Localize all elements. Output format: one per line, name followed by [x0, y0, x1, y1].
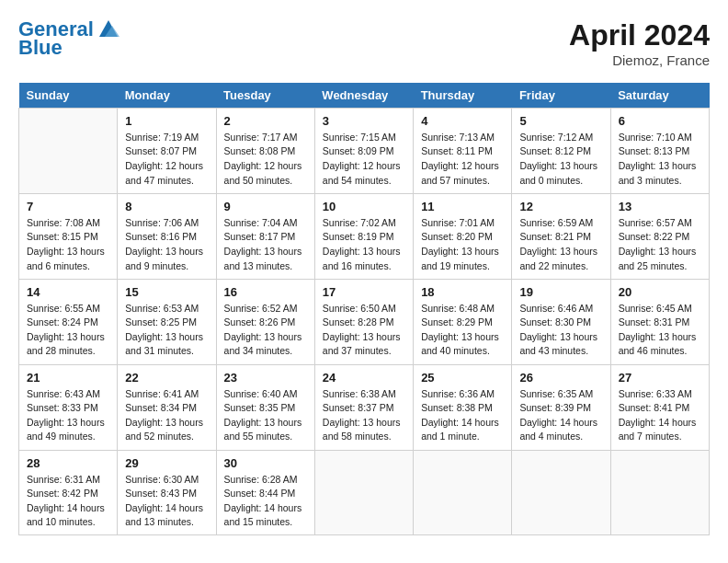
- sunset-text: Sunset: 8:22 PM: [619, 230, 701, 244]
- day-details: Sunrise: 6:45 AMSunset: 8:31 PMDaylight:…: [619, 302, 701, 359]
- daylight-minutes: and 37 minutes.: [323, 344, 405, 358]
- sunrise-text: Sunrise: 6:46 AM: [519, 302, 602, 316]
- calendar-cell: 2Sunrise: 7:17 AMSunset: 8:08 PMDaylight…: [216, 109, 314, 194]
- calendar-cell: 9Sunrise: 7:04 AMSunset: 8:17 PMDaylight…: [216, 193, 314, 279]
- calendar-cell: [512, 450, 610, 535]
- day-details: Sunrise: 6:41 AMSunset: 8:34 PMDaylight:…: [125, 387, 208, 444]
- day-number: 18: [421, 285, 504, 299]
- daylight-minutes: and 0 minutes.: [519, 174, 602, 188]
- sunrise-text: Sunrise: 7:01 AM: [421, 216, 504, 230]
- daylight-minutes: and 10 minutes.: [27, 515, 109, 529]
- day-details: Sunrise: 6:35 AMSunset: 8:39 PMDaylight:…: [519, 387, 602, 444]
- calendar-week-row: 21Sunrise: 6:43 AMSunset: 8:33 PMDayligh…: [19, 364, 710, 450]
- sunset-text: Sunset: 8:42 PM: [27, 487, 109, 500]
- sunrise-text: Sunrise: 7:19 AM: [125, 131, 208, 144]
- day-number: 24: [323, 371, 405, 385]
- page-header: General Blue April 2024 Diemoz, France: [18, 18, 710, 68]
- day-details: Sunrise: 7:01 AMSunset: 8:20 PMDaylight:…: [421, 216, 504, 273]
- day-number: 23: [224, 371, 307, 385]
- sunset-text: Sunset: 8:11 PM: [421, 144, 504, 158]
- daylight-minutes: and 16 minutes.: [323, 259, 405, 273]
- calendar-cell: [314, 450, 413, 535]
- daylight-minutes: and 34 minutes.: [224, 344, 307, 358]
- daylight-text: Daylight: 14 hours: [619, 416, 701, 430]
- sunset-text: Sunset: 8:25 PM: [125, 316, 208, 329]
- daylight-text: Daylight: 13 hours: [323, 330, 405, 344]
- daylight-text: Daylight: 13 hours: [619, 330, 701, 344]
- day-details: Sunrise: 6:33 AMSunset: 8:41 PMDaylight:…: [619, 387, 701, 444]
- location: Diemoz, France: [569, 52, 710, 68]
- daylight-text: Daylight: 13 hours: [421, 330, 504, 344]
- day-details: Sunrise: 6:43 AMSunset: 8:33 PMDaylight:…: [27, 387, 109, 444]
- day-details: Sunrise: 7:19 AMSunset: 8:07 PMDaylight:…: [125, 131, 208, 188]
- day-number: 7: [27, 200, 109, 213]
- day-number: 2: [224, 114, 307, 128]
- daylight-minutes: and 57 minutes.: [421, 174, 504, 188]
- column-header-monday: Monday: [118, 83, 216, 109]
- calendar-cell: 20Sunrise: 6:45 AMSunset: 8:31 PMDayligh…: [610, 279, 709, 364]
- day-number: 4: [421, 114, 504, 128]
- logo: General Blue: [18, 18, 121, 59]
- sunset-text: Sunset: 8:35 PM: [224, 401, 307, 415]
- day-number: 19: [519, 285, 602, 299]
- day-number: 9: [224, 200, 307, 213]
- daylight-text: Daylight: 13 hours: [421, 245, 504, 259]
- day-details: Sunrise: 7:06 AMSunset: 8:16 PMDaylight:…: [125, 216, 208, 273]
- daylight-minutes: and 13 minutes.: [224, 259, 307, 273]
- sunrise-text: Sunrise: 6:43 AM: [27, 387, 109, 401]
- day-details: Sunrise: 6:57 AMSunset: 8:22 PMDaylight:…: [619, 216, 701, 273]
- day-number: 1: [125, 114, 208, 128]
- daylight-text: Daylight: 13 hours: [27, 416, 109, 430]
- sunrise-text: Sunrise: 7:17 AM: [224, 131, 307, 144]
- sunrise-text: Sunrise: 7:13 AM: [421, 131, 504, 144]
- daylight-text: Daylight: 13 hours: [519, 245, 602, 259]
- daylight-text: Daylight: 13 hours: [27, 330, 109, 344]
- daylight-minutes: and 50 minutes.: [224, 174, 307, 188]
- day-number: 5: [519, 114, 602, 128]
- day-number: 30: [224, 456, 307, 470]
- day-details: Sunrise: 6:55 AMSunset: 8:24 PMDaylight:…: [27, 302, 109, 359]
- sunrise-text: Sunrise: 6:35 AM: [519, 387, 602, 401]
- sunset-text: Sunset: 8:38 PM: [421, 401, 504, 415]
- daylight-text: Daylight: 14 hours: [421, 416, 504, 430]
- sunrise-text: Sunrise: 6:45 AM: [619, 302, 701, 316]
- sunrise-text: Sunrise: 7:02 AM: [323, 216, 405, 230]
- day-details: Sunrise: 6:59 AMSunset: 8:21 PMDaylight:…: [519, 216, 602, 273]
- sunset-text: Sunset: 8:31 PM: [619, 316, 701, 329]
- day-number: 15: [125, 285, 208, 299]
- daylight-minutes: and 6 minutes.: [27, 259, 109, 273]
- calendar-cell: 4Sunrise: 7:13 AMSunset: 8:11 PMDaylight…: [414, 109, 512, 194]
- calendar-cell: 6Sunrise: 7:10 AMSunset: 8:13 PMDaylight…: [610, 109, 709, 194]
- sunset-text: Sunset: 8:12 PM: [519, 144, 602, 158]
- sunset-text: Sunset: 8:16 PM: [125, 230, 208, 244]
- sunset-text: Sunset: 8:43 PM: [125, 487, 208, 500]
- daylight-text: Daylight: 13 hours: [125, 416, 208, 430]
- day-details: Sunrise: 6:38 AMSunset: 8:37 PMDaylight:…: [323, 387, 405, 444]
- daylight-minutes: and 46 minutes.: [619, 344, 701, 358]
- daylight-text: Daylight: 14 hours: [519, 416, 602, 430]
- daylight-minutes: and 47 minutes.: [125, 174, 208, 188]
- day-details: Sunrise: 6:40 AMSunset: 8:35 PMDaylight:…: [224, 387, 307, 444]
- calendar-cell: 22Sunrise: 6:41 AMSunset: 8:34 PMDayligh…: [118, 364, 216, 450]
- daylight-text: Daylight: 14 hours: [125, 501, 208, 515]
- calendar-cell: 12Sunrise: 6:59 AMSunset: 8:21 PMDayligh…: [512, 193, 610, 279]
- daylight-text: Daylight: 13 hours: [125, 330, 208, 344]
- daylight-text: Daylight: 13 hours: [224, 416, 307, 430]
- sunrise-text: Sunrise: 7:06 AM: [125, 216, 208, 230]
- sunrise-text: Sunrise: 6:57 AM: [619, 216, 701, 230]
- column-header-thursday: Thursday: [414, 83, 512, 109]
- sunset-text: Sunset: 8:26 PM: [224, 316, 307, 329]
- calendar-cell: 26Sunrise: 6:35 AMSunset: 8:39 PMDayligh…: [512, 364, 610, 450]
- sunrise-text: Sunrise: 6:52 AM: [224, 302, 307, 316]
- daylight-minutes: and 1 minute.: [421, 430, 504, 443]
- title-block: April 2024 Diemoz, France: [569, 18, 710, 68]
- daylight-minutes: and 7 minutes.: [619, 430, 701, 443]
- sunrise-text: Sunrise: 6:30 AM: [125, 473, 208, 487]
- sunrise-text: Sunrise: 6:40 AM: [224, 387, 307, 401]
- sunrise-text: Sunrise: 6:41 AM: [125, 387, 208, 401]
- sunset-text: Sunset: 8:09 PM: [323, 144, 405, 158]
- daylight-minutes: and 15 minutes.: [224, 515, 307, 529]
- day-details: Sunrise: 7:04 AMSunset: 8:17 PMDaylight:…: [224, 216, 307, 273]
- day-number: 16: [224, 285, 307, 299]
- calendar-cell: 5Sunrise: 7:12 AMSunset: 8:12 PMDaylight…: [512, 109, 610, 194]
